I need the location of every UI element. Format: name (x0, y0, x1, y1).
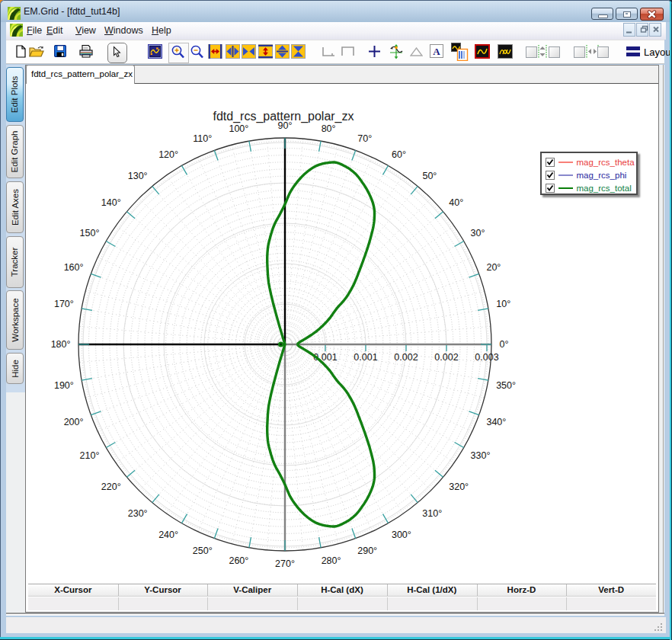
svg-text:300°: 300° (392, 530, 411, 540)
svg-text:0.002: 0.002 (394, 352, 418, 363)
svg-text:110°: 110° (193, 133, 212, 144)
svg-text:190°: 190° (54, 380, 74, 391)
svg-text:320°: 320° (449, 482, 469, 492)
svg-text:A: A (433, 46, 440, 57)
svg-text:180°: 180° (51, 339, 71, 350)
svg-text:100°: 100° (229, 123, 248, 134)
svg-text:170°: 170° (54, 299, 74, 309)
svg-text:280°: 280° (322, 555, 341, 566)
svg-text:310°: 310° (422, 508, 442, 519)
svg-text:130°: 130° (128, 171, 148, 181)
svg-text:0.001: 0.001 (354, 352, 377, 363)
svg-text:230°: 230° (128, 508, 148, 519)
svg-text:240°: 240° (158, 530, 178, 540)
svg-text:210°: 210° (80, 450, 100, 461)
svg-text:290°: 290° (357, 546, 377, 556)
svg-text:120°: 120° (158, 149, 178, 160)
svg-text:0.002: 0.002 (434, 352, 458, 363)
svg-text:60°: 60° (392, 149, 406, 160)
svg-text:fdtd_rcs_pattern_polar_zx: fdtd_rcs_pattern_polar_zx (213, 110, 354, 123)
svg-text:270°: 270° (275, 558, 295, 569)
svg-text:0°: 0° (500, 339, 509, 350)
svg-text:140°: 140° (101, 197, 121, 208)
svg-text:260°: 260° (229, 555, 248, 566)
svg-text:200°: 200° (64, 417, 84, 427)
svg-text:250°: 250° (193, 546, 213, 556)
svg-text:330°: 330° (471, 450, 491, 461)
svg-text:80°: 80° (322, 123, 336, 134)
svg-text:0.003: 0.003 (475, 352, 498, 363)
svg-text:30°: 30° (471, 228, 485, 238)
svg-text:150°: 150° (80, 228, 100, 238)
svg-text:350°: 350° (496, 380, 516, 391)
svg-text:50°: 50° (422, 171, 437, 181)
svg-text:10°: 10° (496, 299, 510, 309)
svg-text:160°: 160° (64, 262, 84, 273)
svg-text:40°: 40° (449, 197, 463, 208)
svg-text:70°: 70° (357, 133, 372, 144)
svg-text:340°: 340° (486, 417, 506, 427)
svg-text:220°: 220° (101, 482, 121, 492)
svg-text:20°: 20° (486, 262, 501, 273)
